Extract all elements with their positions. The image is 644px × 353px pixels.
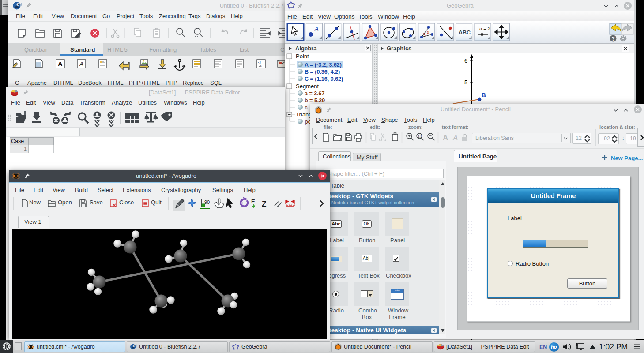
svg-text:a = 3.67: a = 3.67 [305,90,325,97]
svg-text:A: A [443,134,448,142]
svg-text:ABC: ABC [459,30,471,36]
svg-text:A: A [452,134,458,142]
svg-text:α: α [427,30,429,34]
svg-text:a = 2: a = 2 [479,26,490,31]
svg-text:c: c [305,105,308,111]
svg-text:Triang: Triang [296,111,312,118]
svg-text:B: B [482,92,486,98]
svg-text:b = 5.29: b = 5.29 [305,98,325,104]
svg-text:6: 6 [464,57,467,64]
svg-text:B = (0.36, 4.2): B = (0.36, 4.2) [305,69,340,75]
svg-text:?: ? [612,36,615,42]
svg-text:Point: Point [296,53,309,60]
svg-text:Z: Z [262,200,266,208]
svg-text:5: 5 [464,79,467,86]
svg-text:A: A [58,60,63,68]
svg-text:C = (1.16, 0.62): C = (1.16, 0.62) [305,76,343,82]
svg-text:A = (-3.2, 3.62): A = (-3.2, 3.62) [305,62,342,68]
svg-text:->: -> [259,64,262,68]
svg-text:Segment: Segment [296,83,319,90]
svg-text:90: 90 [204,199,210,205]
svg-text:1:1: 1:1 [418,135,422,138]
svg-text:E: E [251,198,255,205]
svg-text:A: A [314,26,319,32]
svg-text:A: A [79,60,83,68]
